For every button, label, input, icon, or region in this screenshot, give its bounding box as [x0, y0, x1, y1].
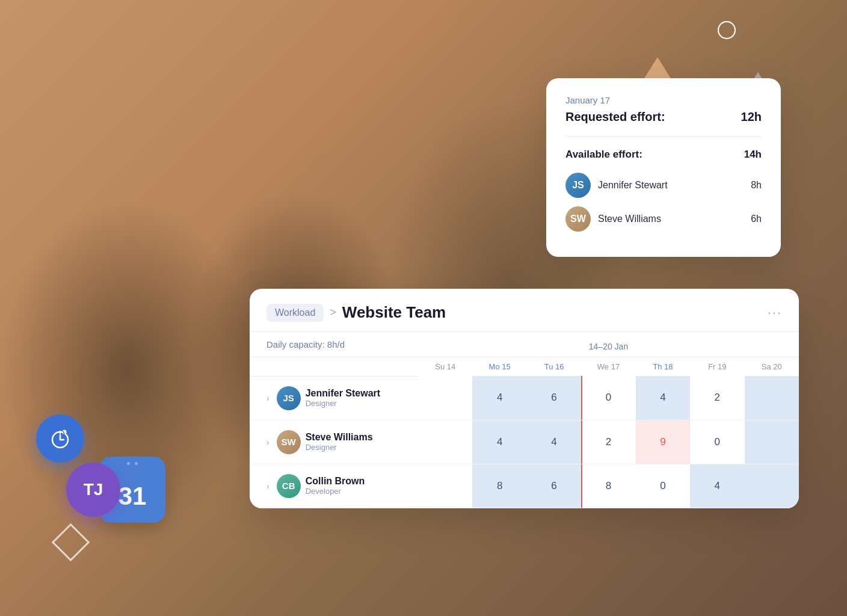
day-header-su14: Su 14: [418, 357, 472, 377]
person-name-collin: Collin Brown: [306, 476, 365, 487]
effort-date: January 17: [565, 95, 762, 105]
hours-su14-collin: [418, 464, 472, 508]
effort-avatar-jennifer: JS: [565, 173, 591, 198]
hours-fr19-steve: 0: [690, 420, 744, 464]
workload-header: Workload > Website Team ···: [250, 289, 799, 331]
person-details-steve: Steve Williams Designer: [306, 432, 373, 452]
effort-person-name-0: Jennifer Stewart: [598, 180, 668, 191]
day-header-th18: Th 18: [636, 357, 690, 377]
table-row-collin: › CB Collin Brown Developer 8 6 8: [250, 464, 799, 508]
expand-icon-collin[interactable]: ›: [266, 481, 270, 491]
effort-avatar-steve: SW: [565, 206, 591, 232]
hours-mo15-jennifer: 4: [472, 376, 526, 420]
calendar-dot-1: [127, 462, 130, 465]
person-name-steve: Steve Williams: [306, 432, 373, 443]
person-role-collin: Developer: [306, 487, 365, 496]
person-details-jennifer: Jennifer Stewart Designer: [306, 388, 380, 408]
hours-mo15-steve: 4: [472, 420, 526, 464]
effort-person-hours-1: 6h: [751, 214, 762, 224]
day-header-sa20: Sa 20: [745, 357, 799, 377]
effort-card: January 17 Requested effort: 12h Availab…: [546, 78, 781, 257]
team-title: Website Team: [342, 303, 446, 322]
available-value: 14h: [744, 149, 762, 161]
table-avatar-jennifer: JS: [277, 386, 301, 410]
effort-person-info-0: JS Jennifer Stewart: [565, 173, 668, 198]
hours-we17-collin: 8: [581, 464, 635, 508]
requested-row: Requested effort: 12h: [565, 110, 762, 137]
breadcrumb: Workload > Website Team: [266, 303, 446, 322]
timer-icon: [36, 414, 84, 463]
person-cell-collin: › CB Collin Brown Developer: [250, 464, 418, 508]
hours-th18-steve: 9: [636, 420, 690, 464]
diamond-decoration: [52, 523, 90, 562]
day-header-tu16: Tu 16: [527, 357, 581, 377]
hours-sa20-collin: [745, 464, 799, 508]
effort-person-name-1: Steve Williams: [598, 214, 661, 224]
person-name-jennifer: Jennifer Stewart: [306, 388, 380, 399]
hours-su14-jennifer: [418, 376, 472, 420]
person-cell-steve: › SW Steve Williams Designer: [250, 420, 418, 464]
table-row-steve: › SW Steve Williams Designer 4 4: [250, 420, 799, 464]
hours-sa20-steve: [745, 420, 799, 464]
date-range-header: 14–20 Jan: [418, 332, 799, 357]
calendar-number: 31: [119, 482, 147, 511]
person-role-jennifer: Designer: [306, 399, 380, 408]
expand-icon-jennifer[interactable]: ›: [266, 393, 270, 403]
workload-table: Daily capacity: 8h/d 14–20 Jan Su 14 Mo …: [250, 331, 799, 508]
breadcrumb-arrow: >: [330, 306, 336, 319]
person-cell-jennifer: › JS Jennifer Stewart Designer: [250, 376, 418, 420]
expand-icon-steve[interactable]: ›: [266, 437, 270, 447]
hours-th18-collin: 0: [636, 464, 690, 508]
requested-value: 12h: [741, 110, 762, 124]
hours-tu16-collin: 6: [527, 464, 581, 508]
hours-fr19-jennifer: 2: [690, 376, 744, 420]
hours-sa20-jennifer: [745, 376, 799, 420]
circle-decoration: [718, 21, 736, 39]
day-header-we17: We 17: [581, 357, 635, 377]
day-header-fr19: Fr 19: [690, 357, 744, 377]
table-row-jennifer: › JS Jennifer Stewart Designer 4 6: [250, 376, 799, 420]
hours-th18-jennifer: 4: [636, 376, 690, 420]
hours-su14-steve: [418, 420, 472, 464]
workload-card: Workload > Website Team ··· Daily capaci…: [250, 289, 799, 508]
hours-fr19-collin: 4: [690, 464, 744, 508]
tj-avatar: TJ: [66, 463, 120, 517]
effort-person-info-1: SW Steve Williams: [565, 206, 661, 232]
tj-initials: TJ: [84, 480, 103, 499]
empty-header: [250, 357, 418, 377]
person-role-steve: Designer: [306, 443, 373, 452]
effort-person-row-0: JS Jennifer Stewart 8h: [565, 173, 762, 198]
hours-we17-jennifer: 0: [581, 376, 635, 420]
effort-person-row-1: SW Steve Williams 6h: [565, 206, 762, 232]
clock-icon: [48, 427, 72, 451]
hours-tu16-steve: 4: [527, 420, 581, 464]
table-avatar-steve: SW: [277, 430, 301, 454]
workload-tag[interactable]: Workload: [266, 304, 324, 322]
content-wrapper: January 17 Requested effort: 12h Availab…: [0, 0, 847, 616]
person-details-collin: Collin Brown Developer: [306, 476, 365, 496]
capacity-header: Daily capacity: 8h/d: [250, 332, 418, 357]
table-header-row-2: Su 14 Mo 15 Tu 16 We 17 Th 18 Fr 19 Sa 2…: [250, 357, 799, 377]
available-row: Available effort: 14h: [565, 149, 762, 161]
calendar-dot-2: [135, 462, 138, 465]
table-header-row-1: Daily capacity: 8h/d 14–20 Jan: [250, 332, 799, 357]
requested-label: Requested effort:: [565, 110, 665, 124]
hours-we17-steve: 2: [581, 420, 635, 464]
table-avatar-collin: CB: [277, 474, 301, 498]
effort-person-hours-0: 8h: [751, 180, 762, 191]
day-header-mo15: Mo 15: [472, 357, 526, 377]
available-label: Available effort:: [565, 149, 642, 161]
hours-tu16-jennifer: 6: [527, 376, 581, 420]
hours-mo15-collin: 8: [472, 464, 526, 508]
more-options-button[interactable]: ···: [768, 305, 782, 321]
